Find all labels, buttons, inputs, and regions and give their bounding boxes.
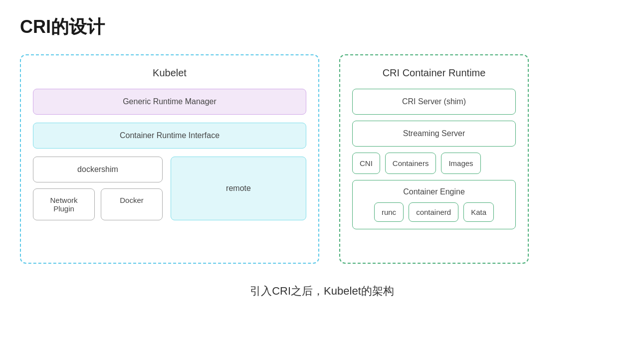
kubelet-box: Kubelet Generic Runtime Manager Containe… [20, 54, 319, 264]
network-docker-row: Network Plugin Docker [33, 188, 163, 220]
cni-box: CNI [352, 153, 380, 174]
cni-row: CNI Containers Images [352, 153, 516, 174]
cri-server-box: CRI Server (shim) [352, 89, 516, 115]
runc-box: runc [374, 202, 404, 222]
left-col: dockershim Network Plugin Docker [33, 157, 163, 220]
streaming-server-box: Streaming Server [352, 121, 516, 147]
container-runtime-interface-box: Container Runtime Interface [33, 123, 306, 149]
docker-box: Docker [101, 188, 163, 220]
diagram-area: Kubelet Generic Runtime Manager Containe… [20, 54, 624, 264]
container-engine-section: Container Engine runc containerd Kata [352, 180, 516, 229]
cri-container-runtime-box: CRI Container Runtime CRI Server (shim) … [339, 54, 529, 264]
kubelet-bottom-row: dockershim Network Plugin Docker remote [33, 157, 306, 220]
page-title: CRI的设计 [20, 15, 624, 39]
images-box: Images [441, 153, 480, 174]
kubelet-title: Kubelet [33, 67, 306, 79]
network-plugin-box: Network Plugin [33, 188, 95, 220]
cri-title: CRI Container Runtime [352, 67, 516, 79]
dockershim-box: dockershim [33, 157, 163, 182]
generic-runtime-manager-box: Generic Runtime Manager [33, 89, 306, 115]
runc-row: runc containerd Kata [360, 202, 508, 222]
kata-box: Kata [463, 202, 494, 222]
containerd-box: containerd [409, 202, 458, 222]
diagram-caption: 引入CRI之后，Kubelet的架构 [20, 284, 624, 299]
containers-box: Containers [385, 153, 436, 174]
remote-box: remote [171, 157, 306, 220]
container-engine-label: Container Engine [360, 187, 508, 196]
